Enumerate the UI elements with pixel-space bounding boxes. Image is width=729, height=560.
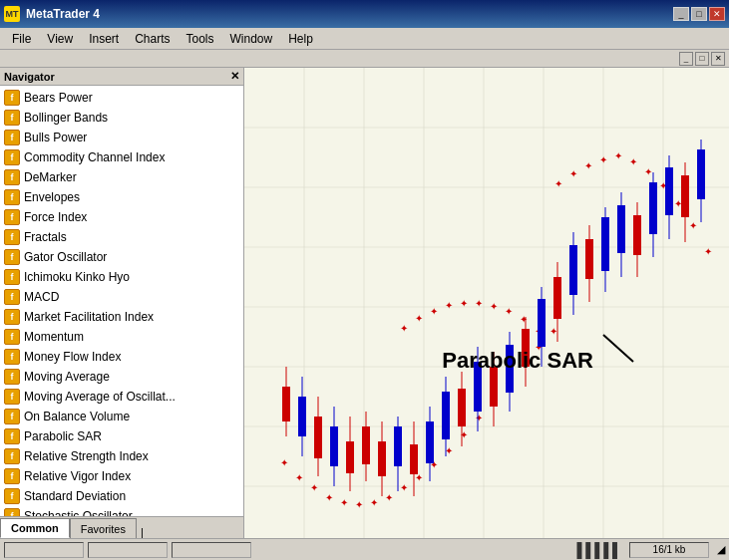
nav-item[interactable]: fMoving Average of Oscillat... <box>0 387 243 407</box>
menu-view[interactable]: View <box>39 30 81 48</box>
nav-tab-favorites[interactable]: Favorites <box>70 518 137 538</box>
svg-text:✦: ✦ <box>505 306 513 317</box>
svg-text:✦: ✦ <box>475 413 483 423</box>
svg-rect-96 <box>601 217 609 271</box>
nav-item[interactable]: fBears Power <box>0 88 243 108</box>
nav-item-label: Commodity Channel Index <box>24 150 165 164</box>
nav-item-label: Envelopes <box>24 190 80 204</box>
navigator-panel: Navigator ✕ fBears PowerfBollinger Bands… <box>0 68 244 538</box>
svg-text:✦: ✦ <box>689 220 697 231</box>
nav-item-label: MACD <box>24 290 59 304</box>
nav-item-icon: f <box>4 409 20 424</box>
nav-item[interactable]: fEnvelopes <box>0 187 243 207</box>
menu-help[interactable]: Help <box>280 30 321 48</box>
app-icon: MT <box>4 6 20 22</box>
mdi-close[interactable]: ✕ <box>711 52 725 66</box>
nav-item[interactable]: fMomentum <box>0 327 243 347</box>
nav-item[interactable]: fMarket Facilitation Index <box>0 307 243 327</box>
svg-rect-68 <box>378 441 386 476</box>
chart-area[interactable]: ✦ ✦ ✦ ✦ ✦ ✦ ✦ ✦ ✦ ✦ ✦ ✦ ✦ ✦ ✦ ✦ ✦ ✦ ✦ ✦ <box>244 68 729 538</box>
title-bar: MT MetaTrader 4 _ □ ✕ <box>0 0 729 28</box>
menu-insert[interactable]: Insert <box>81 30 127 48</box>
nav-item-label: Parabolic SAR <box>24 429 102 443</box>
svg-text:✦: ✦ <box>554 178 562 189</box>
nav-item-icon: f <box>4 349 20 365</box>
nav-item[interactable]: fOn Balance Volume <box>0 407 243 426</box>
nav-item-label: DeMarker <box>24 170 77 184</box>
status-right: ▌▌▌▌▌ 16/1 kb ◢ <box>576 542 725 558</box>
svg-text:✦: ✦ <box>569 168 577 179</box>
svg-rect-76 <box>442 392 450 439</box>
navigator-close-button[interactable]: ✕ <box>230 71 239 82</box>
menu-charts[interactable]: Charts <box>127 30 178 48</box>
nav-item[interactable]: fMoving Average <box>0 367 243 387</box>
svg-rect-90 <box>553 277 561 319</box>
nav-item-icon: f <box>4 369 20 385</box>
nav-item-icon: f <box>4 229 20 245</box>
nav-item-label: Moving Average of Oscillat... <box>24 390 176 404</box>
nav-item-icon: f <box>4 249 20 265</box>
nav-item[interactable]: fForce Index <box>0 207 243 227</box>
svg-text:✦: ✦ <box>460 429 468 440</box>
close-button[interactable]: ✕ <box>709 7 725 21</box>
nav-item-label: Momentum <box>24 330 84 344</box>
nav-item-label: Fractals <box>24 230 67 244</box>
svg-rect-102 <box>649 182 657 234</box>
navigator-list[interactable]: fBears PowerfBollinger BandsfBulls Power… <box>0 86 243 516</box>
svg-text:✦: ✦ <box>549 326 557 337</box>
svg-rect-62 <box>330 426 338 466</box>
svg-text:✦: ✦ <box>644 166 652 177</box>
svg-rect-72 <box>410 444 418 474</box>
nav-item-icon: f <box>4 149 20 165</box>
nav-item[interactable]: fGator Oscillator <box>0 247 243 267</box>
nav-item-label: Money Flow Index <box>24 350 121 364</box>
nav-item-label: Gator Oscillator <box>24 250 107 264</box>
nav-item[interactable]: fRelative Strength Index <box>0 446 243 466</box>
nav-item-icon: f <box>4 468 20 484</box>
svg-text:✦: ✦ <box>400 482 408 493</box>
svg-rect-56 <box>282 387 290 421</box>
svg-text:✦: ✦ <box>355 499 363 510</box>
nav-item[interactable]: fBulls Power <box>0 128 243 147</box>
nav-item[interactable]: fIchimoku Kinko Hyo <box>0 267 243 287</box>
svg-rect-64 <box>346 441 354 473</box>
svg-text:✦: ✦ <box>629 156 637 167</box>
nav-item-label: Bulls Power <box>24 131 87 144</box>
svg-text:✦: ✦ <box>415 313 423 324</box>
nav-item[interactable]: fStochastic Oscillator <box>0 506 243 516</box>
nav-item[interactable]: fStandard Deviation <box>0 486 243 506</box>
nav-item-icon: f <box>4 169 20 185</box>
resize-icon: ◢ <box>717 543 725 556</box>
svg-text:✦: ✦ <box>599 154 607 165</box>
nav-item-label: Stochastic Oscillator <box>24 509 133 516</box>
nav-item-label: Ichimoku Kinko Hyo <box>24 270 130 284</box>
mdi-maximize[interactable]: □ <box>695 52 709 66</box>
svg-text:✦: ✦ <box>490 301 498 312</box>
nav-item[interactable]: fRelative Vigor Index <box>0 466 243 486</box>
nav-item[interactable]: fBollinger Bands <box>0 108 243 128</box>
nav-item-icon: f <box>4 488 20 504</box>
svg-text:✦: ✦ <box>280 457 288 468</box>
nav-item-icon: f <box>4 428 20 444</box>
svg-text:✦: ✦ <box>400 323 408 334</box>
nav-item[interactable]: fCommodity Channel Index <box>0 147 243 167</box>
svg-text:✦: ✦ <box>614 150 622 161</box>
nav-item-label: On Balance Volume <box>24 410 130 423</box>
nav-item[interactable]: fParabolic SAR <box>0 426 243 446</box>
nav-item[interactable]: fDeMarker <box>0 167 243 187</box>
menu-window[interactable]: Window <box>222 30 281 48</box>
mdi-minimize[interactable]: _ <box>679 52 693 66</box>
minimize-button[interactable]: _ <box>673 7 689 21</box>
nav-tab-common[interactable]: Common <box>0 518 70 538</box>
nav-item-label: Force Index <box>24 210 87 224</box>
nav-item-icon: f <box>4 309 20 325</box>
nav-item[interactable]: fMACD <box>0 287 243 307</box>
nav-item[interactable]: fMoney Flow Index <box>0 347 243 367</box>
menu-file[interactable]: File <box>4 30 39 48</box>
nav-item[interactable]: fFractals <box>0 227 243 247</box>
nav-item-label: Standard Deviation <box>24 489 126 503</box>
svg-text:✦: ✦ <box>475 298 483 309</box>
menu-tools[interactable]: Tools <box>179 30 222 48</box>
maximize-button[interactable]: □ <box>691 7 707 21</box>
status-bar: ▌▌▌▌▌ 16/1 kb ◢ <box>0 538 729 560</box>
